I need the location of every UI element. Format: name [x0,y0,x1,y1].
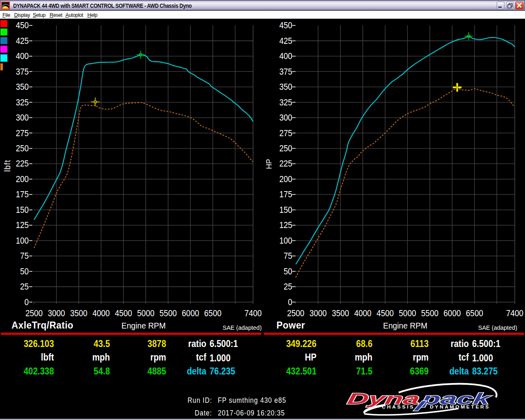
svg-text:6.500:1: 6.500:1 [472,338,500,349]
svg-text:275: 275 [16,128,29,137]
svg-text:175: 175 [279,189,292,199]
svg-text:6.500:1: 6.500:1 [210,338,238,349]
svg-text:350: 350 [16,82,29,91]
svg-text:225: 225 [279,159,292,168]
svg-text:7400: 7400 [244,308,262,318]
svg-text:400: 400 [16,51,29,61]
svg-text:3000: 3000 [309,308,326,318]
svg-text:6369: 6369 [410,365,429,377]
svg-text:250: 250 [279,144,292,153]
svg-text:lbft: lbft [2,160,12,172]
svg-text:50: 50 [283,267,292,276]
svg-text:Engine RPM: Engine RPM [383,321,427,330]
svg-text:2017-06-09 16:20:35: 2017-06-09 16:20:35 [218,409,285,418]
svg-text:25: 25 [20,282,29,291]
svg-text:200: 200 [16,174,29,184]
svg-text:450: 450 [279,21,292,30]
svg-text:325: 325 [16,97,29,107]
svg-text:71.5: 71.5 [356,365,372,377]
svg-text:425: 425 [279,36,292,46]
svg-text:lbft: lbft [41,352,54,363]
svg-text:200: 200 [279,174,292,184]
svg-text:Power: Power [276,320,305,331]
svg-text:75: 75 [283,251,292,260]
svg-text:rpm: rpm [413,352,429,363]
svg-text:300: 300 [279,113,292,122]
svg-text:5500: 5500 [421,308,438,318]
svg-text:0: 0 [288,297,292,307]
svg-text:326.103: 326.103 [24,338,54,349]
svg-text:DYNAMOMETERS: DYNAMOMETERS [430,404,490,409]
svg-text:76.235: 76.235 [210,365,235,377]
svg-text:425: 425 [16,36,29,46]
svg-text:125: 125 [279,220,292,230]
svg-text:83.275: 83.275 [472,365,498,377]
svg-text:5500: 5500 [160,308,177,318]
svg-text:7400: 7400 [506,308,523,318]
svg-text:4500: 4500 [115,308,132,318]
svg-text:4000: 4000 [354,308,371,318]
svg-text:HP: HP [264,159,273,169]
svg-text:4000: 4000 [92,308,110,318]
svg-text:432.501: 432.501 [286,365,317,377]
svg-text:SAE (adapted): SAE (adapted) [478,324,517,331]
svg-text:3000: 3000 [48,308,65,318]
svg-text:1.000: 1.000 [472,352,493,363]
svg-text:2500: 2500 [287,308,304,318]
svg-text:6000: 6000 [182,308,199,318]
svg-text:4885: 4885 [148,365,166,377]
svg-text:75: 75 [20,251,29,260]
svg-text:100: 100 [279,236,292,245]
svg-text:Engine RPM: Engine RPM [121,321,166,330]
svg-text:HP: HP [305,352,316,363]
svg-text:ratio: ratio [188,338,206,349]
svg-text:225: 225 [16,159,29,168]
svg-text:325: 325 [279,97,292,107]
svg-text:delta: delta [187,365,206,377]
svg-text:ratio: ratio [451,338,469,349]
svg-text:delta: delta [449,365,469,377]
svg-text:250: 250 [16,144,29,153]
svg-text:tcf: tcf [459,352,469,363]
svg-text:rpm: rpm [150,352,166,363]
svg-text:400: 400 [279,51,292,61]
svg-text:175: 175 [16,189,29,199]
svg-text:6500: 6500 [204,308,221,318]
svg-text:54.8: 54.8 [94,365,110,377]
svg-text:5000: 5000 [399,308,416,318]
svg-text:25: 25 [283,282,292,291]
svg-text:3878: 3878 [148,338,166,349]
svg-text:450: 450 [16,21,29,30]
svg-text:402.338: 402.338 [24,365,54,377]
svg-text:3500: 3500 [332,308,349,318]
svg-text:349.226: 349.226 [286,338,317,349]
svg-text:2500: 2500 [25,308,43,318]
svg-text:300: 300 [16,113,29,122]
svg-text:68.6: 68.6 [356,338,372,349]
svg-text:6500: 6500 [466,308,483,318]
svg-text:6113: 6113 [411,338,429,349]
svg-text:FP sumthing 430 e85: FP sumthing 430 e85 [218,395,286,404]
svg-text:43.5: 43.5 [94,338,110,349]
svg-text:1.000: 1.000 [210,352,231,363]
svg-text:CHASSIS: CHASSIS [382,404,415,409]
svg-text:mph: mph [355,352,372,363]
svg-text:6000: 6000 [443,308,461,318]
svg-text:50: 50 [20,267,29,276]
svg-text:0: 0 [24,297,29,307]
svg-text:5000: 5000 [137,308,154,318]
svg-text:tcf: tcf [196,352,206,363]
svg-text:275: 275 [279,128,292,137]
svg-text:150: 150 [16,205,29,215]
svg-text:100: 100 [16,236,29,245]
svg-text:AxleTrq/Ratio: AxleTrq/Ratio [11,320,73,331]
svg-text:150: 150 [279,205,292,215]
svg-text:375: 375 [16,66,29,76]
svg-text:Run ID:: Run ID: [187,395,212,404]
svg-text:4500: 4500 [377,308,394,318]
svg-text:350: 350 [279,82,292,91]
svg-text:Date:: Date: [195,409,212,418]
svg-text:mph: mph [92,352,110,363]
svg-text:125: 125 [16,220,29,230]
svg-text:SAE (adapted): SAE (adapted) [223,324,262,331]
